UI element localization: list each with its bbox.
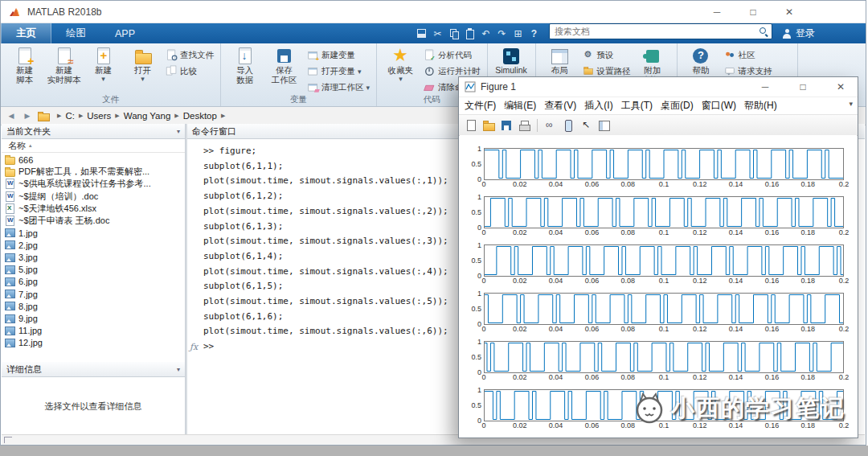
新建脚本-button[interactable]: 新建脚本 — [6, 45, 43, 84]
axes-box[interactable] — [484, 341, 844, 373]
预设-button[interactable]: 预设 — [580, 47, 633, 64]
社区-button[interactable]: 社区 — [722, 47, 792, 64]
breadcrumb-separator-icon: ▶ — [174, 113, 178, 119]
maximize-icon[interactable]: □ — [746, 6, 760, 18]
maximize-icon[interactable]: □ — [796, 81, 810, 92]
doc-search-box[interactable] — [549, 23, 772, 39]
back-icon[interactable]: ◀ — [4, 109, 18, 123]
button-label: 社区 — [739, 50, 755, 61]
doc-search-input[interactable] — [553, 26, 760, 37]
axes-box[interactable] — [484, 196, 844, 228]
figure-titlebar[interactable]: Figure 1 ─ □ ✕ — [459, 77, 858, 97]
tab-绘图[interactable]: 绘图 — [51, 23, 100, 43]
menu-编辑(E)[interactable]: 编辑(E) — [504, 99, 536, 113]
paste-icon[interactable] — [463, 27, 477, 40]
details-header[interactable]: 详细信息 ▾ — [2, 362, 185, 377]
file-row[interactable]: 9.jpg — [2, 312, 185, 324]
file-row[interactable]: 5.jpg — [2, 264, 185, 276]
print-figure-icon[interactable] — [517, 118, 531, 133]
新建-button[interactable]: 新建▾ — [84, 45, 122, 82]
cut-icon[interactable] — [431, 27, 444, 40]
open-file-icon[interactable] — [481, 118, 496, 133]
minimize-icon[interactable]: ─ — [758, 81, 772, 92]
menu-帮助(H)[interactable]: 帮助(H) — [744, 99, 777, 113]
新建变量-button[interactable]: 新建变量 — [305, 47, 371, 64]
sort-icon[interactable]: ▴ — [29, 142, 32, 149]
minimize-icon[interactable]: ─ — [710, 6, 724, 18]
file-row[interactable]: PDF解密工具，如果不需要解密... — [2, 166, 185, 178]
close-icon[interactable]: ✕ — [833, 81, 848, 92]
breadcrumb-segment[interactable]: Desktop — [182, 110, 219, 121]
search-icon[interactable] — [760, 27, 768, 36]
breadcrumb-segment[interactable]: Users — [85, 110, 113, 121]
button-label: 导入 — [236, 66, 253, 76]
name-column-header[interactable]: 名称 ▴ — [2, 139, 185, 153]
保存工作区-button[interactable]: 保存工作区 — [265, 45, 303, 84]
axes-box[interactable] — [484, 148, 844, 180]
undo-icon[interactable] — [479, 27, 493, 40]
menu-插入(I)[interactable]: 插入(I) — [584, 99, 612, 113]
menu-窗口(W)[interactable]: 窗口(W) — [702, 99, 736, 113]
redo-icon[interactable] — [495, 27, 509, 40]
browse-folder-icon[interactable] — [36, 109, 51, 123]
button-label: 运行并计时 — [438, 66, 481, 77]
help-icon[interactable] — [527, 27, 541, 40]
新建实时脚本-button[interactable]: 新建实时脚本 — [45, 45, 83, 84]
file-row[interactable]: ~$团干申请表 王杨.doc — [2, 215, 185, 227]
menu-overflow-icon[interactable]: ▾ — [849, 100, 853, 108]
x-tick-label: 0.18 — [800, 228, 815, 236]
breadcrumb-segment[interactable]: Wang Yang — [122, 110, 173, 121]
breadcrumb-segment[interactable]: C: — [63, 110, 76, 121]
sign-in-button[interactable]: 登录 — [782, 23, 821, 43]
file-row[interactable]: ~$供电系统课程设计任务书参考... — [2, 178, 185, 190]
copy-icon[interactable] — [447, 27, 461, 40]
file-row[interactable]: ~$天津地铁456.xlsx — [2, 203, 185, 215]
menu-桌面(D)[interactable]: 桌面(D) — [661, 99, 694, 113]
save-figure-icon[interactable] — [499, 118, 514, 133]
打开变量-button[interactable]: 打开变量▾ — [305, 64, 371, 80]
file-row[interactable]: ~$提纲（培训）.doc — [2, 191, 185, 203]
file-row[interactable]: 666 — [2, 154, 185, 166]
file-row[interactable]: 6.jpg — [2, 276, 185, 288]
forward-icon[interactable]: ▶ — [20, 109, 35, 123]
打开-button[interactable]: 打开▾ — [124, 45, 162, 82]
save-icon[interactable] — [415, 27, 428, 40]
menu-工具(T)[interactable]: 工具(T) — [621, 99, 653, 113]
分析代码-button[interactable]: 分析代码 — [421, 47, 482, 64]
ribbon-tabs: 主页绘图APP — [1, 23, 149, 43]
current-folder-header[interactable]: 当前文件夹 ▾ — [2, 124, 185, 139]
window-icon[interactable] — [511, 27, 525, 40]
tab-主页[interactable]: 主页 — [1, 23, 51, 43]
file-row[interactable]: 11.jpg — [2, 325, 185, 337]
axes-box[interactable] — [484, 389, 844, 421]
quick-access-toolbar — [415, 23, 541, 43]
file-row[interactable]: 7.jpg — [2, 288, 185, 300]
chevron-down-icon[interactable]: ▾ — [177, 128, 180, 135]
new-var-icon-wrap — [306, 49, 319, 62]
收藏夹-button[interactable]: 收藏夹▾ — [382, 45, 420, 82]
axes-box[interactable] — [484, 293, 844, 325]
open-in-mobile-icon[interactable] — [561, 118, 575, 133]
new-figure-icon[interactable] — [464, 118, 478, 133]
close-icon[interactable]: ✕ — [782, 6, 796, 18]
file-row[interactable]: 8.jpg — [2, 300, 185, 312]
file-row[interactable]: 2.jpg — [2, 239, 185, 251]
file-row[interactable]: 1.jpg — [2, 227, 185, 239]
menu-查看(V)[interactable]: 查看(V) — [544, 99, 576, 113]
axes-box[interactable] — [484, 244, 844, 277]
Simulink-button[interactable]: Simulink — [493, 45, 530, 76]
property-inspector-icon[interactable] — [596, 118, 611, 133]
file-row[interactable]: 3.jpg — [2, 252, 185, 264]
menu-文件(F)[interactable]: 文件(F) — [465, 99, 496, 113]
file-row[interactable]: 12.jpg — [2, 337, 185, 349]
edit-plot-icon[interactable] — [579, 118, 593, 133]
link-plot-icon[interactable] — [543, 118, 558, 133]
chevron-down-icon[interactable]: ▾ — [177, 366, 180, 373]
清理工作区-button[interactable]: 清理工作区▾ — [305, 80, 371, 96]
比较-button[interactable]: 比较 — [163, 64, 215, 80]
dock-indicator-icon[interactable] — [4, 437, 12, 443]
x-tick-label: 0.16 — [765, 421, 780, 429]
导入数据-button[interactable]: 导入数据 — [226, 45, 264, 84]
查找文件-button[interactable]: 查找文件 — [163, 47, 215, 64]
tab-APP[interactable]: APP — [100, 23, 149, 43]
